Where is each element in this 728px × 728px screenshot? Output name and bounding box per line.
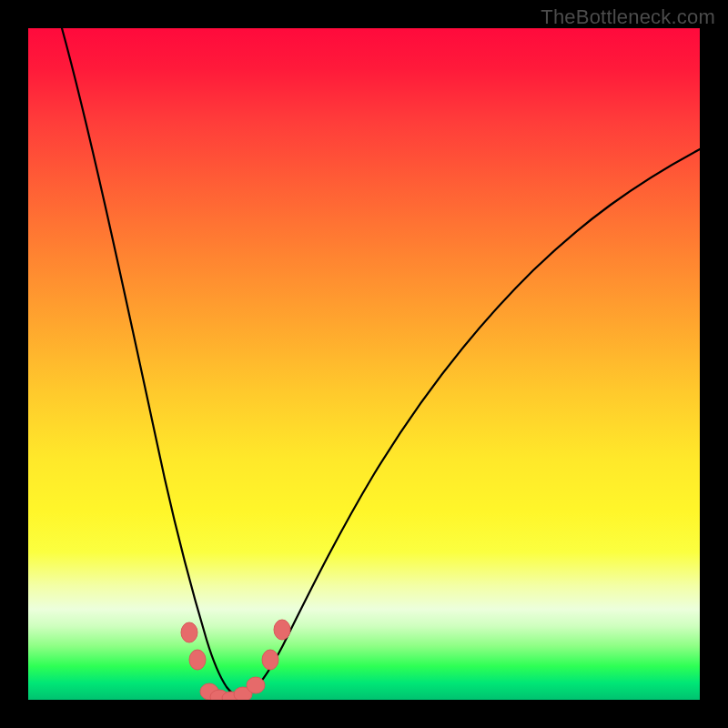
watermark-text: TheBottleneck.com — [541, 5, 715, 29]
outer-frame: TheBottleneck.com — [0, 0, 728, 728]
plot-area — [28, 28, 700, 700]
marker-dot — [274, 620, 290, 640]
marker-dot — [262, 650, 278, 670]
marker-dot — [189, 650, 206, 670]
marker-dot — [181, 622, 197, 642]
curve-markers — [181, 620, 290, 700]
bottleneck-curve — [62, 28, 700, 697]
marker-dot — [247, 677, 265, 693]
bottleneck-curve-svg — [28, 28, 700, 700]
